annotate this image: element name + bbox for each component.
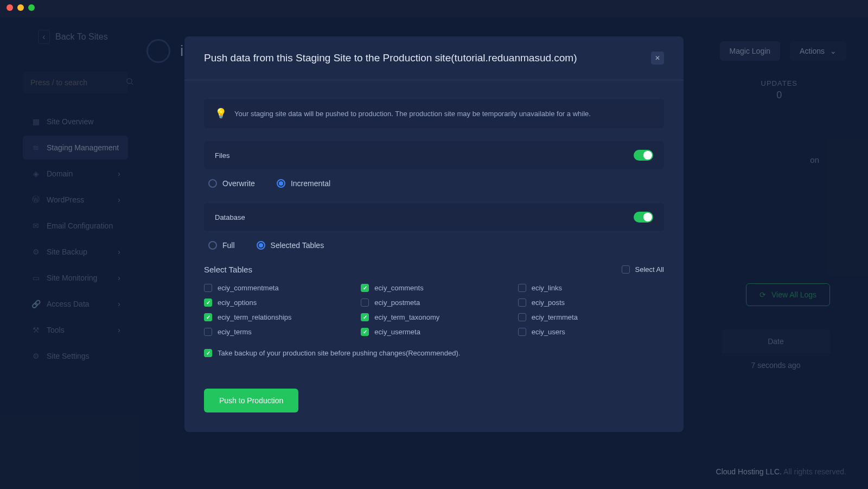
checkbox-icon [518,299,526,307]
maximize-window-icon[interactable] [28,4,35,11]
checkbox-icon [204,349,212,357]
table-name: eciy_comments [374,284,423,292]
info-text: Your staging site data will be pushed to… [234,110,591,118]
minimize-window-icon[interactable] [17,4,24,11]
checkbox-icon [204,313,212,321]
radio-icon [208,179,217,188]
table-checkbox[interactable]: eciy_term_taxonomy [361,313,507,321]
table-checkbox[interactable]: eciy_postmeta [361,299,507,307]
table-name: eciy_links [532,284,562,292]
checkbox-icon [204,284,212,292]
files-toggle-row: Files [204,141,664,169]
files-toggle[interactable] [634,150,653,161]
db-mode-radios: Full Selected Tables [208,241,660,250]
table-checkbox[interactable]: eciy_links [518,284,664,292]
checkbox-icon [204,328,212,336]
table-checkbox[interactable]: eciy_commentmeta [204,284,350,292]
info-banner: 💡 Your staging site data will be pushed … [204,99,664,128]
incremental-radio[interactable]: Incremental [277,179,330,188]
backup-label: Take backup of your production site befo… [218,349,460,357]
table-name: eciy_termmeta [532,313,578,321]
table-checkbox[interactable]: eciy_posts [518,299,664,307]
tables-grid: eciy_commentmetaeciy_commentseciy_linkse… [204,284,664,336]
checkbox-icon [622,265,630,274]
checkbox-icon [361,313,369,321]
table-name: eciy_commentmeta [218,284,279,292]
table-name: eciy_terms [218,328,252,336]
modal-title: Push data from this Staging Site to the … [204,52,577,64]
table-name: eciy_term_taxonomy [374,313,439,321]
files-mode-radios: Overwrite Incremental [208,179,660,188]
table-checkbox[interactable]: eciy_usermeta [361,328,507,336]
table-checkbox[interactable]: eciy_options [204,299,350,307]
title-bar [0,0,868,17]
table-name: eciy_term_relationships [218,313,292,321]
window-controls [7,4,35,11]
incremental-label: Incremental [291,179,330,188]
checkbox-icon [518,313,526,321]
select-tables-heading: Select Tables [204,265,252,274]
modal-header: Push data from this Staging Site to the … [184,36,684,80]
checkbox-icon [204,299,212,307]
push-modal: Push data from this Staging Site to the … [184,36,684,432]
modal-body: 💡 Your staging site data will be pushed … [184,80,684,373]
table-name: eciy_usermeta [374,328,420,336]
checkbox-icon [518,284,526,292]
close-window-icon[interactable] [7,4,13,11]
select-tables-heading-row: Select Tables Select All [204,265,664,274]
overwrite-label: Overwrite [222,179,255,188]
full-radio[interactable]: Full [208,241,235,250]
selected-tables-label: Selected Tables [271,241,324,250]
table-checkbox[interactable]: eciy_term_relationships [204,313,350,321]
table-name: eciy_postmeta [374,299,420,307]
database-label: Database [215,213,245,221]
database-toggle-row: Database [204,203,664,231]
modal-backdrop: Push data from this Staging Site to the … [0,17,868,489]
checkbox-icon [361,299,369,307]
table-name: eciy_posts [532,299,565,307]
modal-footer: Push to Production [184,373,684,432]
close-button[interactable]: ✕ [651,52,664,65]
overwrite-radio[interactable]: Overwrite [208,179,255,188]
radio-icon [277,179,285,188]
radio-icon [208,241,217,250]
table-checkbox[interactable]: eciy_users [518,328,664,336]
backup-checkbox[interactable]: Take backup of your production site befo… [204,349,664,357]
database-toggle[interactable] [634,212,653,223]
lightbulb-icon: 💡 [215,107,227,119]
table-checkbox[interactable]: eciy_termmeta [518,313,664,321]
files-label: Files [215,151,229,160]
full-label: Full [222,241,235,250]
table-name: eciy_options [218,299,257,307]
push-to-production-button[interactable]: Push to Production [204,389,298,412]
checkbox-icon [361,328,369,336]
close-icon: ✕ [655,54,660,62]
checkbox-icon [518,328,526,336]
checkbox-icon [361,284,369,292]
select-all-checkbox[interactable]: Select All [622,265,664,274]
table-checkbox[interactable]: eciy_terms [204,328,350,336]
radio-icon [257,241,265,250]
selected-tables-radio[interactable]: Selected Tables [257,241,324,250]
table-name: eciy_users [532,328,565,336]
table-checkbox[interactable]: eciy_comments [361,284,507,292]
select-all-label: Select All [635,265,664,274]
